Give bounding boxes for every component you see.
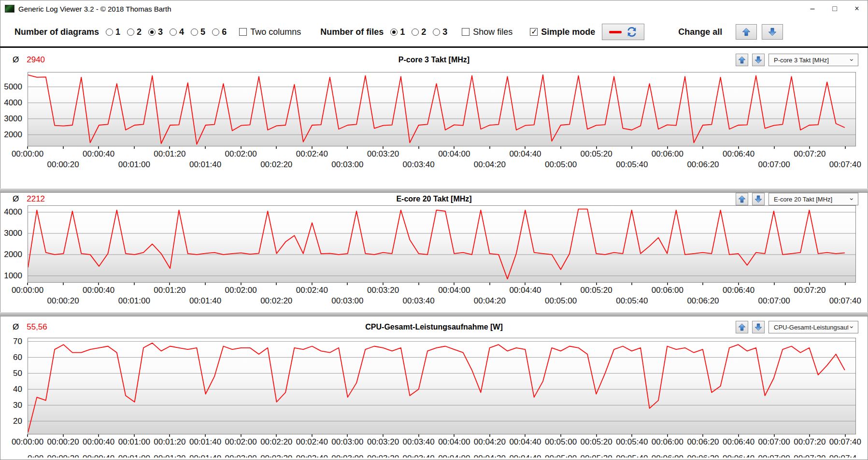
radio-icon [212, 29, 219, 36]
x-tick-mark [809, 434, 810, 437]
y-tick-label: 3000 [4, 114, 22, 124]
x-tick-mark [845, 434, 846, 437]
simple-mode-checkbox[interactable]: Simple mode [530, 27, 595, 37]
radio-icon [127, 29, 134, 36]
x-tick-mark [205, 434, 206, 437]
radio-label: 6 [222, 27, 227, 37]
maximize-button[interactable]: □ [824, 0, 846, 17]
x-tick-label: 00:04:00 [438, 454, 470, 458]
x-tick-mark [525, 146, 526, 149]
x-tick-mark [702, 283, 703, 285]
panel-header: Ø 2212 E-core 20 Takt [MHz] E-core 20 Ta… [0, 193, 868, 205]
radio-icon [191, 29, 198, 36]
panel-move-down-button[interactable] [752, 321, 765, 333]
x-tick-label: 00:02:40 [296, 454, 328, 458]
file-count-radio-2[interactable]: 2 [412, 27, 426, 37]
x-tick-label: 00:03:40 [403, 454, 435, 458]
x-tick-label: 00:02:20 [260, 296, 292, 306]
diagram-count-radio-6[interactable]: 6 [212, 27, 227, 37]
x-tick-mark [312, 146, 313, 149]
panel-move-up-button[interactable] [736, 54, 748, 66]
x-tick-label: 00:06:00 [652, 437, 683, 447]
x-tick-label: 00:06:20 [687, 296, 719, 306]
average-value: 2940 [27, 55, 45, 65]
chart-panel-2: Ø 2212 E-core 20 Takt [MHz] E-core 20 Ta… [0, 193, 868, 312]
x-tick-mark [418, 146, 419, 149]
panel-controls: E-core 20 Takt [MHz] ⌄ [736, 193, 858, 205]
x-tick-label: 00:00:40 [83, 149, 114, 159]
show-files-checkbox[interactable]: Show files [462, 27, 512, 37]
close-button[interactable]: × [846, 0, 868, 17]
x-tick-label: 00:01:00 [118, 296, 150, 306]
panel-move-down-button[interactable] [752, 193, 765, 205]
panel-move-up-button[interactable] [736, 193, 748, 205]
signal-select[interactable]: P-core 3 Takt [MHz] ⌄ [768, 54, 858, 66]
x-tick-mark [276, 283, 277, 285]
y-tick-label: 3000 [4, 229, 22, 238]
panel-move-up-button[interactable] [736, 321, 748, 333]
x-tick-label: 00:04:00 [438, 286, 470, 295]
signal-select[interactable]: E-core 20 Takt [MHz] ⌄ [768, 193, 858, 205]
x-tick-mark [205, 283, 206, 285]
up-arrow-icon [738, 56, 746, 64]
x-tick-label: 00:07:20 [794, 149, 825, 159]
x-tick-label: 00:04:40 [509, 454, 541, 458]
change-all-down-button[interactable] [762, 24, 783, 40]
refresh-icon [626, 27, 637, 37]
x-tick-label: 00:02:20 [260, 437, 292, 447]
minimize-button[interactable]: – [801, 0, 824, 17]
x-tick-label: 00:00:40 [83, 454, 114, 458]
radio-label: 2 [421, 27, 426, 37]
x-tick-label: 00:06:40 [723, 286, 754, 295]
y-tick-label: 50 [13, 369, 22, 378]
average-value: 55,56 [27, 322, 47, 332]
diagram-count-radio-5[interactable]: 5 [191, 27, 205, 37]
x-tick-label: 00:02:40 [296, 437, 328, 447]
x-axis-labels-row2: 00:00:2000:01:0000:01:4000:02:2000:03:00… [28, 160, 856, 171]
number-of-files-label: Number of files [320, 27, 384, 37]
x-tick-label: 00:01:20 [154, 437, 185, 447]
average-symbol: Ø [13, 322, 19, 332]
x-tick-label: 00:04:40 [509, 286, 541, 295]
radio-icon [433, 29, 440, 36]
x-tick-mark [560, 146, 561, 149]
x-tick-mark [809, 283, 810, 285]
series-plot [28, 206, 855, 282]
x-tick-mark [241, 283, 242, 285]
file-count-radio-1[interactable]: 1 [390, 27, 405, 37]
x-tick-mark [631, 434, 632, 437]
x-tick-label: 00:00:00 [12, 437, 43, 447]
x-tick-mark [738, 283, 739, 285]
x-tick-label: 00:05:20 [581, 286, 612, 295]
x-tick-label: 00:02:20 [260, 160, 292, 170]
x-tick-mark [489, 146, 490, 149]
y-tick-label: 4000 [4, 98, 22, 108]
diagram-count-radio-3[interactable]: 3 [148, 27, 163, 37]
file-count-radio-3[interactable]: 3 [433, 27, 447, 37]
change-all-up-button[interactable] [736, 24, 757, 40]
panel-divider [0, 312, 868, 316]
x-tick-label: 00:04:00 [438, 437, 470, 447]
panel-move-down-button[interactable] [752, 54, 765, 66]
x-tick-label: 00:00:00 [12, 149, 43, 159]
diagram-count-radio-2[interactable]: 2 [127, 27, 142, 37]
signal-select[interactable]: CPU-Gesamt-Leistungsaufnahme [W] ⌄ [768, 321, 858, 333]
y-tick-label: 30 [13, 401, 22, 410]
plot-body: 1000200030004000 [0, 205, 868, 283]
x-tick-label: 00:07:40 [829, 437, 861, 447]
line-color-icon [609, 31, 622, 33]
checkbox-icon [239, 28, 247, 36]
x-tick-label: 00:03:00 [331, 437, 363, 447]
line-style-button[interactable] [602, 24, 644, 40]
y-tick-label: 20 [13, 417, 22, 426]
x-tick-label: 00:05:40 [616, 160, 648, 170]
x-tick-mark [134, 146, 135, 149]
x-tick-label: 00:04:40 [509, 149, 541, 159]
x-tick-label: 00:07:40 [829, 296, 861, 306]
x-tick-label: 00:07:40 [829, 454, 856, 458]
radio-icon [148, 29, 156, 36]
two-columns-checkbox[interactable]: Two columns [239, 27, 301, 37]
diagram-count-radio-4[interactable]: 4 [170, 27, 184, 37]
diagram-count-radio-1[interactable]: 1 [106, 27, 120, 37]
radio-icon [412, 29, 419, 36]
